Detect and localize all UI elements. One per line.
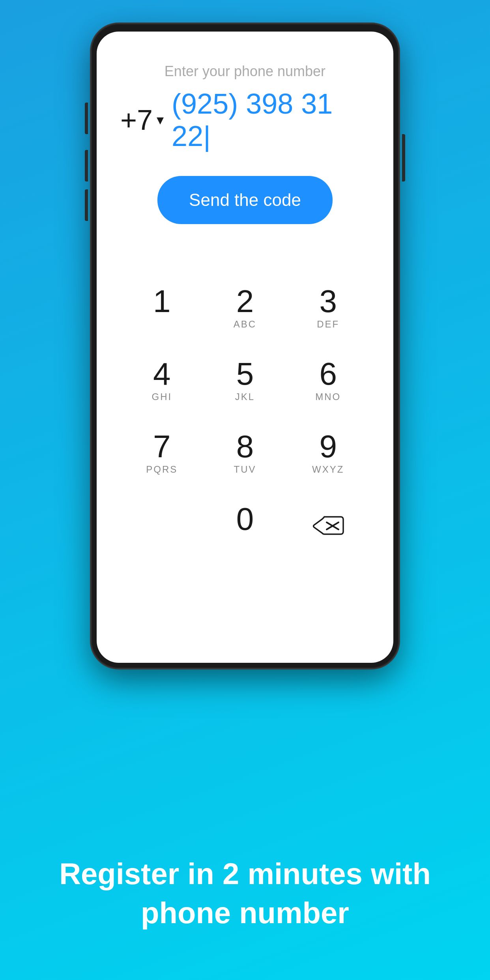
backspace-icon xyxy=(312,514,344,537)
key-2[interactable]: 2 ABC xyxy=(204,271,287,344)
key-4-number: 4 xyxy=(153,358,171,390)
key-4[interactable]: 4 GHI xyxy=(120,344,204,417)
key-9-letters: WXYZ xyxy=(312,464,344,475)
key-0[interactable]: 0 xyxy=(204,489,287,562)
phone-number-value: (925) 398 31 22 xyxy=(172,88,333,152)
country-code-selector[interactable]: +7 ▾ xyxy=(120,104,164,136)
phone-wrapper: Enter your phone number +7 ▾ (925) 398 3… xyxy=(83,24,407,668)
country-code-value: +7 xyxy=(120,104,153,136)
key-6[interactable]: 6 MNO xyxy=(286,344,370,417)
key-9[interactable]: 9 WXYZ xyxy=(286,417,370,489)
phone-input-label: Enter your phone number xyxy=(165,63,325,80)
key-5[interactable]: 5 JKL xyxy=(204,344,287,417)
key-3-letters: DEF xyxy=(317,319,339,330)
phone-screen: Enter your phone number +7 ▾ (925) 398 3… xyxy=(97,32,393,663)
key-8-number: 8 xyxy=(236,431,254,462)
backspace-key[interactable] xyxy=(286,489,370,562)
key-5-letters: JKL xyxy=(235,391,255,402)
key-1[interactable]: 1 xyxy=(120,271,204,344)
key-0-number: 0 xyxy=(236,503,254,535)
key-1-number: 1 xyxy=(153,286,171,317)
phone-input-row: +7 ▾ (925) 398 31 22| xyxy=(112,88,378,152)
keypad: 1 2 ABC 3 DEF 4 GHI xyxy=(112,256,378,585)
key-7-letters: PQRS xyxy=(146,464,178,475)
key-2-number: 2 xyxy=(236,286,254,317)
send-code-button[interactable]: Send the code xyxy=(157,176,333,224)
chevron-down-icon: ▾ xyxy=(157,112,164,128)
key-4-letters: GHI xyxy=(151,391,172,402)
key-8[interactable]: 8 TUV xyxy=(204,417,287,489)
key-7-number: 7 xyxy=(153,431,171,462)
screen-content: Enter your phone number +7 ▾ (925) 398 3… xyxy=(97,32,393,663)
tagline: Register in 2 minutes with phone number xyxy=(39,855,451,933)
key-3-number: 3 xyxy=(319,286,337,317)
bottom-text: Register in 2 minutes with phone number xyxy=(0,823,490,980)
phone-frame: Enter your phone number +7 ▾ (925) 398 3… xyxy=(91,24,399,668)
key-9-number: 9 xyxy=(319,431,337,462)
cursor: | xyxy=(203,120,211,152)
key-7[interactable]: 7 PQRS xyxy=(120,417,204,489)
phone-number-display: (925) 398 31 22| xyxy=(172,88,370,152)
key-2-letters: ABC xyxy=(234,319,256,330)
key-5-number: 5 xyxy=(236,358,254,390)
key-6-letters: MNO xyxy=(315,391,341,402)
key-empty xyxy=(120,489,204,562)
key-3[interactable]: 3 DEF xyxy=(286,271,370,344)
key-8-letters: TUV xyxy=(234,464,256,475)
key-6-number: 6 xyxy=(319,358,337,390)
